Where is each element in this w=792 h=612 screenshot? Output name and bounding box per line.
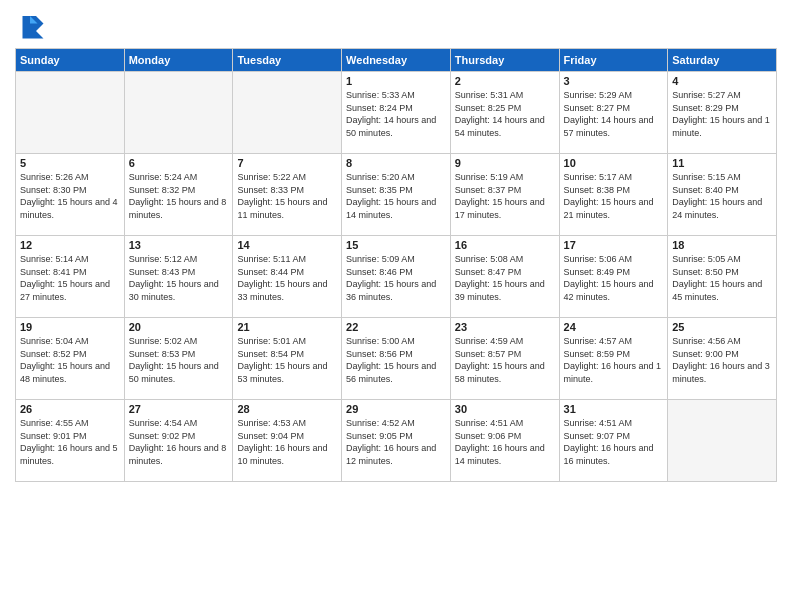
calendar-cell: 28Sunrise: 4:53 AM Sunset: 9:04 PM Dayli… [233,400,342,482]
page: SundayMondayTuesdayWednesdayThursdayFrid… [0,0,792,612]
calendar-cell: 18Sunrise: 5:05 AM Sunset: 8:50 PM Dayli… [668,236,777,318]
day-number: 3 [564,75,664,87]
day-number: 23 [455,321,555,333]
day-info: Sunrise: 5:31 AM Sunset: 8:25 PM Dayligh… [455,89,555,139]
day-info: Sunrise: 4:51 AM Sunset: 9:06 PM Dayligh… [455,417,555,467]
day-number: 10 [564,157,664,169]
calendar-cell: 23Sunrise: 4:59 AM Sunset: 8:57 PM Dayli… [450,318,559,400]
day-info: Sunrise: 5:01 AM Sunset: 8:54 PM Dayligh… [237,335,337,385]
day-number: 14 [237,239,337,251]
day-info: Sunrise: 5:02 AM Sunset: 8:53 PM Dayligh… [129,335,229,385]
day-number: 19 [20,321,120,333]
day-info: Sunrise: 5:14 AM Sunset: 8:41 PM Dayligh… [20,253,120,303]
calendar-cell: 7Sunrise: 5:22 AM Sunset: 8:33 PM Daylig… [233,154,342,236]
calendar-cell: 19Sunrise: 5:04 AM Sunset: 8:52 PM Dayli… [16,318,125,400]
day-number: 20 [129,321,229,333]
day-number: 2 [455,75,555,87]
day-info: Sunrise: 5:29 AM Sunset: 8:27 PM Dayligh… [564,89,664,139]
calendar-cell: 8Sunrise: 5:20 AM Sunset: 8:35 PM Daylig… [342,154,451,236]
calendar-cell: 4Sunrise: 5:27 AM Sunset: 8:29 PM Daylig… [668,72,777,154]
day-number: 25 [672,321,772,333]
header [15,10,777,40]
calendar-cell: 26Sunrise: 4:55 AM Sunset: 9:01 PM Dayli… [16,400,125,482]
calendar-cell [124,72,233,154]
day-info: Sunrise: 5:20 AM Sunset: 8:35 PM Dayligh… [346,171,446,221]
calendar-cell: 12Sunrise: 5:14 AM Sunset: 8:41 PM Dayli… [16,236,125,318]
day-info: Sunrise: 5:06 AM Sunset: 8:49 PM Dayligh… [564,253,664,303]
day-info: Sunrise: 4:51 AM Sunset: 9:07 PM Dayligh… [564,417,664,467]
calendar-cell: 31Sunrise: 4:51 AM Sunset: 9:07 PM Dayli… [559,400,668,482]
day-number: 18 [672,239,772,251]
calendar-cell: 13Sunrise: 5:12 AM Sunset: 8:43 PM Dayli… [124,236,233,318]
day-info: Sunrise: 4:57 AM Sunset: 8:59 PM Dayligh… [564,335,664,385]
day-info: Sunrise: 4:53 AM Sunset: 9:04 PM Dayligh… [237,417,337,467]
calendar-cell: 3Sunrise: 5:29 AM Sunset: 8:27 PM Daylig… [559,72,668,154]
day-info: Sunrise: 5:08 AM Sunset: 8:47 PM Dayligh… [455,253,555,303]
day-number: 24 [564,321,664,333]
week-row-5: 26Sunrise: 4:55 AM Sunset: 9:01 PM Dayli… [16,400,777,482]
day-info: Sunrise: 5:05 AM Sunset: 8:50 PM Dayligh… [672,253,772,303]
calendar-cell: 25Sunrise: 4:56 AM Sunset: 9:00 PM Dayli… [668,318,777,400]
calendar-cell: 11Sunrise: 5:15 AM Sunset: 8:40 PM Dayli… [668,154,777,236]
calendar-cell: 14Sunrise: 5:11 AM Sunset: 8:44 PM Dayli… [233,236,342,318]
day-info: Sunrise: 4:54 AM Sunset: 9:02 PM Dayligh… [129,417,229,467]
calendar-cell: 22Sunrise: 5:00 AM Sunset: 8:56 PM Dayli… [342,318,451,400]
day-info: Sunrise: 5:19 AM Sunset: 8:37 PM Dayligh… [455,171,555,221]
day-number: 31 [564,403,664,415]
calendar-cell: 17Sunrise: 5:06 AM Sunset: 8:49 PM Dayli… [559,236,668,318]
day-number: 17 [564,239,664,251]
weekday-header-thursday: Thursday [450,49,559,72]
weekday-header-monday: Monday [124,49,233,72]
day-number: 21 [237,321,337,333]
weekday-header-tuesday: Tuesday [233,49,342,72]
weekday-header-saturday: Saturday [668,49,777,72]
day-number: 27 [129,403,229,415]
day-number: 7 [237,157,337,169]
calendar-cell: 24Sunrise: 4:57 AM Sunset: 8:59 PM Dayli… [559,318,668,400]
week-row-1: 1Sunrise: 5:33 AM Sunset: 8:24 PM Daylig… [16,72,777,154]
calendar-cell: 20Sunrise: 5:02 AM Sunset: 8:53 PM Dayli… [124,318,233,400]
calendar-table: SundayMondayTuesdayWednesdayThursdayFrid… [15,48,777,482]
weekday-header-sunday: Sunday [16,49,125,72]
calendar-cell: 10Sunrise: 5:17 AM Sunset: 8:38 PM Dayli… [559,154,668,236]
day-number: 12 [20,239,120,251]
calendar-cell: 21Sunrise: 5:01 AM Sunset: 8:54 PM Dayli… [233,318,342,400]
calendar-cell: 27Sunrise: 4:54 AM Sunset: 9:02 PM Dayli… [124,400,233,482]
day-number: 5 [20,157,120,169]
weekday-header-friday: Friday [559,49,668,72]
day-number: 8 [346,157,446,169]
week-row-3: 12Sunrise: 5:14 AM Sunset: 8:41 PM Dayli… [16,236,777,318]
day-number: 6 [129,157,229,169]
day-info: Sunrise: 5:09 AM Sunset: 8:46 PM Dayligh… [346,253,446,303]
day-number: 22 [346,321,446,333]
weekday-header-row: SundayMondayTuesdayWednesdayThursdayFrid… [16,49,777,72]
day-info: Sunrise: 4:52 AM Sunset: 9:05 PM Dayligh… [346,417,446,467]
week-row-2: 5Sunrise: 5:26 AM Sunset: 8:30 PM Daylig… [16,154,777,236]
calendar-cell: 6Sunrise: 5:24 AM Sunset: 8:32 PM Daylig… [124,154,233,236]
day-number: 4 [672,75,772,87]
calendar-cell: 30Sunrise: 4:51 AM Sunset: 9:06 PM Dayli… [450,400,559,482]
day-info: Sunrise: 5:12 AM Sunset: 8:43 PM Dayligh… [129,253,229,303]
calendar-cell [16,72,125,154]
day-number: 26 [20,403,120,415]
day-number: 11 [672,157,772,169]
logo-icon [15,10,45,40]
calendar-cell: 15Sunrise: 5:09 AM Sunset: 8:46 PM Dayli… [342,236,451,318]
day-info: Sunrise: 4:55 AM Sunset: 9:01 PM Dayligh… [20,417,120,467]
day-info: Sunrise: 5:22 AM Sunset: 8:33 PM Dayligh… [237,171,337,221]
day-info: Sunrise: 5:26 AM Sunset: 8:30 PM Dayligh… [20,171,120,221]
calendar-cell: 1Sunrise: 5:33 AM Sunset: 8:24 PM Daylig… [342,72,451,154]
day-number: 15 [346,239,446,251]
day-number: 13 [129,239,229,251]
calendar-cell: 29Sunrise: 4:52 AM Sunset: 9:05 PM Dayli… [342,400,451,482]
day-number: 28 [237,403,337,415]
day-info: Sunrise: 5:33 AM Sunset: 8:24 PM Dayligh… [346,89,446,139]
calendar-cell: 9Sunrise: 5:19 AM Sunset: 8:37 PM Daylig… [450,154,559,236]
calendar-cell: 2Sunrise: 5:31 AM Sunset: 8:25 PM Daylig… [450,72,559,154]
day-number: 1 [346,75,446,87]
day-info: Sunrise: 4:59 AM Sunset: 8:57 PM Dayligh… [455,335,555,385]
calendar-cell: 5Sunrise: 5:26 AM Sunset: 8:30 PM Daylig… [16,154,125,236]
day-number: 29 [346,403,446,415]
day-number: 9 [455,157,555,169]
day-info: Sunrise: 4:56 AM Sunset: 9:00 PM Dayligh… [672,335,772,385]
